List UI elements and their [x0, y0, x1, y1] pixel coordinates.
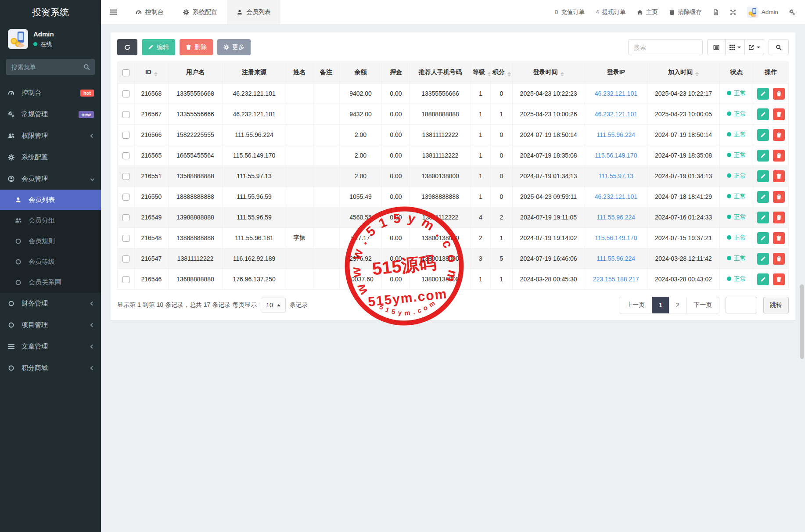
row-delete-button[interactable]: [773, 273, 785, 285]
select-all-header[interactable]: [118, 62, 135, 83]
row-delete-button[interactable]: [773, 129, 785, 141]
row-checkbox[interactable]: [122, 152, 129, 159]
columns-button[interactable]: [725, 39, 745, 55]
row-edit-button[interactable]: [757, 108, 769, 120]
sidebar-item-member-groups[interactable]: 会员分组: [0, 210, 101, 231]
ip-link[interactable]: 46.232.121.101: [595, 193, 637, 200]
sidebar-item-system-config[interactable]: 系统配置: [0, 147, 101, 168]
row-checkbox[interactable]: [122, 276, 129, 283]
row-checkbox[interactable]: [122, 194, 129, 201]
column-header-deposit: 押金: [382, 62, 410, 83]
members-submenu: 会员列表 会员分组 会员规则 会员等级 会员关系网: [0, 190, 101, 293]
home-link[interactable]: 主页: [637, 8, 658, 16]
column-header-points[interactable]: 积分: [491, 62, 513, 83]
sidebar-item-permissions[interactable]: 权限管理: [0, 125, 101, 147]
row-checkbox[interactable]: [122, 235, 129, 242]
tab-console[interactable]: 控制台: [126, 0, 173, 24]
clear-cache-link[interactable]: 清除缓存: [669, 8, 702, 16]
sidebar-item-member-rules[interactable]: 会员规则: [0, 231, 101, 252]
scrollbar-thumb[interactable]: [800, 284, 804, 359]
row-edit-button[interactable]: [757, 150, 769, 162]
row-delete-button[interactable]: [773, 150, 785, 162]
ip-link[interactable]: 223.155.188.217: [593, 276, 639, 283]
column-header-join_time[interactable]: 加入时间: [647, 62, 720, 83]
row-edit-button[interactable]: [757, 232, 769, 244]
cell-login-time: 2024-07-19 18:35:08: [512, 145, 585, 166]
trash-icon: [776, 111, 782, 117]
sidebar-item-member-levels[interactable]: 会员等级: [0, 252, 101, 272]
cell-name: [286, 83, 313, 104]
row-checkbox[interactable]: [122, 132, 129, 139]
row-delete-button[interactable]: [773, 108, 785, 120]
withdraw-orders-link[interactable]: 4 提现订单: [596, 8, 626, 16]
admin-menu[interactable]: Admin: [747, 7, 778, 18]
column-header-id[interactable]: ID: [135, 62, 168, 83]
search-toggle-button[interactable]: [769, 39, 789, 55]
hamburger-menu-icon[interactable]: [101, 0, 126, 24]
row-edit-button[interactable]: [757, 88, 769, 100]
sidebar-item-points-mall[interactable]: 积分商城: [0, 357, 101, 379]
sidebar-item-finance[interactable]: 财务管理: [0, 293, 101, 314]
sidebar-item-projects[interactable]: 项目管理: [0, 314, 101, 336]
ip-link[interactable]: 115.56.149.170: [595, 152, 637, 159]
row-delete-button[interactable]: [773, 88, 785, 100]
menu-search-input[interactable]: [6, 59, 95, 75]
row-delete-button[interactable]: [773, 253, 785, 265]
cogs-icon: [8, 111, 18, 118]
ip-link[interactable]: 111.55.96.224: [597, 255, 635, 262]
row-checkbox[interactable]: [122, 90, 129, 97]
row-checkbox[interactable]: [122, 214, 129, 221]
sidebar-item-console[interactable]: 控制台 hot: [0, 82, 101, 104]
row-delete-button[interactable]: [773, 170, 785, 182]
cell-register-source: 46.232.121.101: [223, 104, 286, 125]
sidebar-item-members[interactable]: 会员管理: [0, 168, 101, 190]
table-search-input[interactable]: [628, 39, 703, 55]
sidebar-item-member-network[interactable]: 会员关系网: [0, 272, 101, 293]
row-edit-button[interactable]: [757, 170, 769, 182]
sidebar-item-general[interactable]: 常规管理 new: [0, 104, 101, 125]
page-jump-button[interactable]: 跳转: [763, 297, 789, 313]
column-header-login_time[interactable]: 登录时间: [512, 62, 585, 83]
row-delete-button[interactable]: [773, 232, 785, 244]
ip-link[interactable]: 46.232.121.101: [595, 90, 637, 97]
ip-link[interactable]: 111.55.96.224: [597, 214, 635, 221]
recharge-orders-link[interactable]: 0 充值订单: [555, 8, 585, 16]
prev-page-button[interactable]: 上一页: [619, 297, 652, 313]
row-checkbox[interactable]: [122, 255, 129, 262]
row-delete-button[interactable]: [773, 212, 785, 223]
row-edit-button[interactable]: [757, 129, 769, 141]
row-checkbox[interactable]: [122, 111, 129, 118]
settings-button[interactable]: [789, 9, 795, 15]
delete-button[interactable]: 删除: [180, 39, 213, 55]
column-header-level[interactable]: 等级: [471, 62, 490, 83]
cell-referrer-phone: 13800138000: [410, 166, 471, 187]
row-edit-button[interactable]: [757, 253, 769, 265]
page-jump-input[interactable]: [726, 297, 757, 313]
export-button[interactable]: [744, 39, 764, 55]
refresh-button[interactable]: [117, 39, 137, 55]
more-button[interactable]: 更多: [217, 39, 251, 55]
page-button-2[interactable]: 2: [669, 297, 686, 313]
row-checkbox[interactable]: [122, 173, 129, 180]
row-edit-button[interactable]: [757, 191, 769, 203]
sidebar-item-member-list[interactable]: 会员列表: [0, 190, 101, 210]
sidebar-item-articles[interactable]: 文章管理: [0, 336, 101, 357]
row-delete-button[interactable]: [773, 191, 785, 203]
page-size-dropdown[interactable]: 10: [261, 298, 286, 313]
ip-link[interactable]: 111.55.96.224: [597, 131, 635, 138]
edit-button[interactable]: 编辑: [142, 39, 175, 55]
fullscreen-button[interactable]: [730, 9, 736, 15]
select-all-checkbox[interactable]: [122, 69, 129, 76]
detail-view-button[interactable]: [707, 39, 726, 55]
row-edit-button[interactable]: [757, 212, 769, 223]
tab-member-list[interactable]: 会员列表: [227, 0, 280, 24]
row-edit-button[interactable]: [757, 273, 769, 285]
ip-link[interactable]: 115.56.149.170: [595, 234, 637, 241]
ip-link[interactable]: 111.55.97.13: [598, 173, 633, 180]
tab-system-config[interactable]: 系统配置: [173, 0, 227, 24]
page-button-1[interactable]: 1: [652, 297, 669, 313]
ip-link[interactable]: 46.232.121.101: [595, 111, 637, 118]
docs-button[interactable]: [713, 9, 719, 15]
cell-actions: [753, 187, 789, 207]
next-page-button[interactable]: 下一页: [686, 297, 719, 313]
